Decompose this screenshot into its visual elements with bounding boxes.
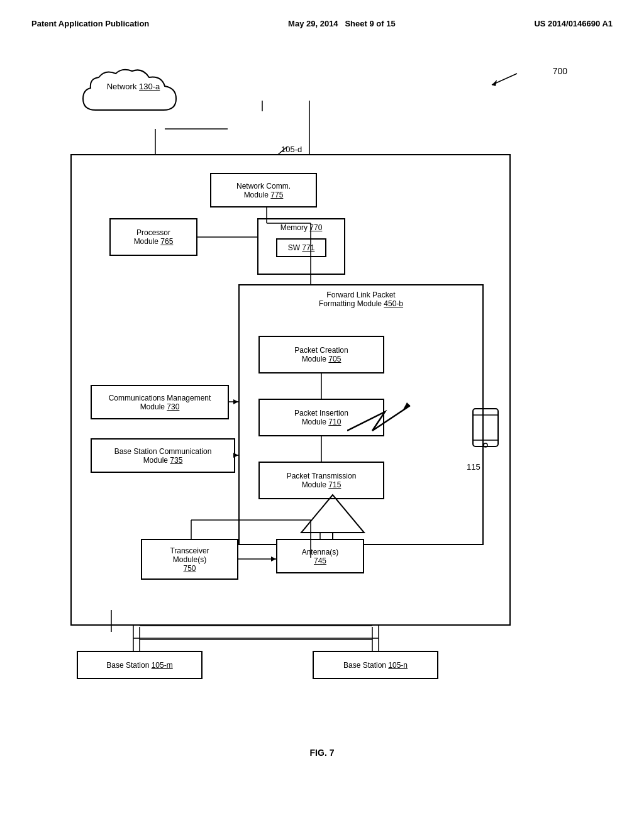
sw-module: SW 771 (276, 238, 326, 257)
antenna-label: Antenna(s)745 (302, 548, 339, 565)
sw-label: SW 771 (288, 243, 315, 252)
antenna-module: Antenna(s)745 (276, 539, 364, 573)
comm-mgmt-module: Communications ManagementModule 730 (91, 385, 229, 419)
header-center: May 29, 2014 Sheet 9 of 15 (288, 19, 396, 28)
packet-insertion-module: Packet InsertionModule 710 (258, 399, 384, 436)
transceiver-label: TransceiverModule(s)750 (170, 546, 209, 573)
packet-transmission-label: Packet TransmissionModule 715 (287, 472, 357, 489)
svg-marker-42 (271, 556, 276, 562)
network-comm-label: Network Comm.Module 775 (236, 182, 291, 199)
svg-marker-4 (492, 80, 497, 86)
header-sheet: Sheet 9 of 15 (345, 19, 395, 28)
bs-n-label: Base Station 105-n (343, 661, 408, 670)
memory-label: Memory 770 (280, 223, 323, 232)
flpf-outer-box: Forward Link PacketFormatting Module 450… (238, 284, 484, 545)
processor-label: ProcessorModule 765 (134, 228, 174, 246)
packet-transmission-module: Packet TransmissionModule 715 (258, 462, 384, 499)
bs-m-label: Base Station 105-m (106, 661, 172, 670)
diagram: 700 Network 130-a 105-d Network Comm.Mod… (39, 47, 605, 770)
label-105d: 105-d (281, 145, 302, 154)
page: Patent Application Publication May 29, 2… (0, 0, 644, 830)
cloud-shape (77, 66, 190, 129)
svg-marker-37 (233, 399, 238, 404)
memory-module: Memory 770 SW 771 (257, 218, 345, 275)
transceiver-module: TransceiverModule(s)750 (141, 539, 238, 580)
header-date: May 29, 2014 (288, 19, 338, 28)
bs-comm-label: Base Station CommunicationModule 735 (114, 447, 212, 465)
base-station-n: Base Station 105-n (313, 651, 438, 679)
label-115: 115 (467, 462, 480, 472)
bs-comm-module: Base Station CommunicationModule 735 (91, 438, 235, 473)
cloud-label: Network 130-a (83, 82, 184, 91)
comm-mgmt-label: Communications ManagementModule 730 (109, 394, 211, 411)
label-700: 700 (553, 66, 567, 76)
header: Patent Application Publication May 29, 2… (0, 0, 644, 35)
outer-box-105d: Network Comm.Module 775 Memory 770 SW 77… (70, 154, 511, 626)
packet-creation-label: Packet CreationModule 705 (294, 346, 348, 363)
processor-module: ProcessorModule 765 (109, 218, 197, 256)
network-comm-module: Network Comm.Module 775 (210, 173, 317, 208)
header-right: US 2014/0146690 A1 (534, 19, 613, 28)
header-left: Patent Application Publication (31, 19, 149, 28)
base-station-m: Base Station 105-m (77, 651, 203, 679)
packet-insertion-label: Packet InsertionModule 710 (294, 409, 348, 426)
svg-line-3 (492, 74, 517, 85)
flpf-label: Forward Link PacketFormatting Module 450… (240, 285, 482, 311)
figure-label: FIG. 7 (310, 748, 335, 758)
packet-creation-module: Packet CreationModule 705 (258, 336, 384, 374)
